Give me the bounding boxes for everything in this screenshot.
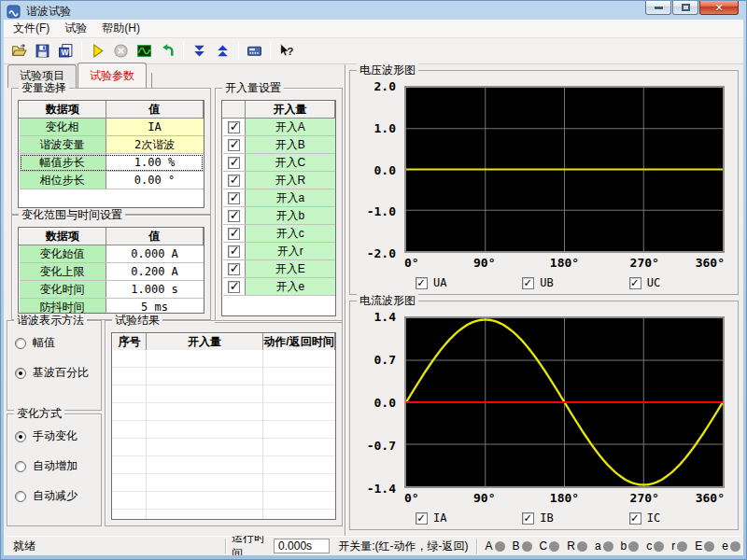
input-name[interactable]: 开入R <box>246 172 335 189</box>
current-legend: IA IB IC <box>404 509 725 527</box>
input-checkbox-cell <box>223 207 246 225</box>
switch-indicator: B <box>513 539 532 553</box>
input-checkbox[interactable] <box>228 245 240 258</box>
data-item-value[interactable]: 1.000 s <box>106 281 203 299</box>
radio-option[interactable]: 自动减少 <box>15 488 101 504</box>
open-file-button[interactable] <box>7 40 31 62</box>
legend-item[interactable]: IA <box>416 511 511 525</box>
input-checkbox[interactable] <box>228 121 240 133</box>
step-up-icon <box>215 43 231 59</box>
radio-icon <box>15 368 26 379</box>
legend-checkbox[interactable] <box>416 512 428 525</box>
input-checkbox[interactable] <box>228 192 240 204</box>
input-name[interactable]: 开入c <box>246 225 335 243</box>
input-checkbox-cell <box>223 189 246 207</box>
radio-option[interactable]: 手动变化 <box>15 428 101 444</box>
input-name[interactable]: 开入e <box>246 278 335 296</box>
maximize-button[interactable] <box>672 1 698 15</box>
data-item-label: 谐波变量 <box>20 136 106 154</box>
start-test-button[interactable] <box>86 40 109 62</box>
data-item-value[interactable]: 1.00 % <box>106 154 203 172</box>
group-title: 变化方式 <box>14 407 64 420</box>
legend-checkbox[interactable] <box>522 277 534 289</box>
input-name[interactable]: 开入r <box>246 243 335 260</box>
y-axis-ticks: 1.40.70.0-0.7-1.4 <box>350 316 401 488</box>
export-word-button[interactable]: W <box>54 40 78 62</box>
input-name[interactable]: 开入a <box>246 189 335 207</box>
keypad-button[interactable] <box>243 40 266 62</box>
menu-item[interactable]: 文件(F) <box>6 20 57 38</box>
radio-option[interactable]: 自动增加 <box>15 458 101 474</box>
input-checkbox[interactable] <box>228 228 240 240</box>
y-tick-label: 0.7 <box>374 353 396 367</box>
column-header: 值 <box>106 229 203 245</box>
legend-item[interactable]: IC <box>629 511 725 525</box>
data-item-value[interactable]: 5 ms <box>106 299 203 315</box>
save-icon <box>35 43 50 59</box>
input-checkbox[interactable] <box>228 157 240 169</box>
data-item-value[interactable]: 0.00 ° <box>106 172 203 189</box>
radio-option[interactable]: 基波百分比 <box>15 365 101 381</box>
input-checkbox[interactable] <box>228 139 240 151</box>
input-checkbox[interactable] <box>228 281 240 293</box>
input-name[interactable]: 开入b <box>246 207 335 225</box>
data-item-value[interactable]: 0.200 A <box>106 263 203 281</box>
legend-item[interactable]: UC <box>629 276 725 289</box>
y-tick-label: -1.0 <box>367 204 396 218</box>
switch-hint: 开关量:(红-动作，绿-返回) <box>334 539 475 554</box>
right-panel: 电压波形图 2.01.00.0-1.0-2.0 0°90°180°270°360… <box>345 64 743 536</box>
input-checkbox[interactable] <box>228 210 240 222</box>
legend-checkbox[interactable] <box>629 277 641 289</box>
data-item-value[interactable]: 2次谐波 <box>106 136 203 154</box>
context-help-button[interactable]: ? <box>275 40 298 62</box>
legend-label: IA <box>433 511 446 525</box>
legend-item[interactable]: UA <box>416 276 511 289</box>
input-checkbox-cell <box>223 278 246 296</box>
radio-icon <box>15 431 26 442</box>
menu-item[interactable]: 试验 <box>57 20 94 38</box>
input-name[interactable]: 开入E <box>246 260 335 278</box>
stop-test-button[interactable] <box>109 40 133 62</box>
legend-checkbox[interactable] <box>416 277 428 289</box>
input-name[interactable]: 开入B <box>246 136 335 154</box>
indicator-label: c <box>646 539 652 553</box>
open-file-icon <box>11 43 27 59</box>
harmonic-method-group: 谐波表示方法 幅值 基波百分比 <box>7 320 102 411</box>
app-window: 谐波试验 ✕ 文件(F)试验帮助(H) <box>0 0 747 560</box>
switch-indicator: R <box>567 539 587 553</box>
data-item-value[interactable]: 0.000 A <box>106 245 203 263</box>
step-up-button[interactable] <box>211 40 234 62</box>
input-checkbox[interactable] <box>228 175 240 187</box>
save-button[interactable] <box>31 40 54 62</box>
switch-indicator: A <box>486 539 505 553</box>
indicator-label: C <box>540 539 548 553</box>
toolbar-separator <box>270 42 271 60</box>
group-title: 变化范围与时间设置 <box>19 208 125 221</box>
export-word-icon: W <box>58 43 74 59</box>
x-tick-label: 0° <box>404 491 419 505</box>
legend-checkbox[interactable] <box>629 512 641 525</box>
data-item-value[interactable]: IA <box>106 119 203 136</box>
y-tick-label: 0.0 <box>374 396 396 410</box>
input-name[interactable]: 开入C <box>246 154 335 172</box>
legend-item[interactable]: UB <box>522 276 617 289</box>
close-icon: ✕ <box>714 3 723 13</box>
waveform-display-button[interactable] <box>133 40 156 62</box>
minimize-button[interactable] <box>645 1 671 15</box>
step-down-button[interactable] <box>188 40 211 62</box>
input-name[interactable]: 开入A <box>246 119 335 136</box>
tab[interactable]: 试验参数 <box>78 63 147 88</box>
input-checkbox-cell <box>223 243 246 260</box>
reset-button[interactable] <box>156 40 179 62</box>
input-checkbox[interactable] <box>228 263 240 275</box>
legend-checkbox[interactable] <box>522 512 534 525</box>
legend-item[interactable]: IB <box>522 511 617 525</box>
menu-item[interactable]: 帮助(H) <box>94 20 148 38</box>
y-tick-label: 0.0 <box>374 162 396 176</box>
column-header <box>223 102 246 119</box>
close-button[interactable]: ✕ <box>699 1 739 15</box>
radio-option[interactable]: 幅值 <box>15 335 101 351</box>
y-tick-label: -0.7 <box>367 439 396 453</box>
indicator-dot-icon <box>577 541 587 552</box>
binary-input-table: 开入量 开入A <box>221 100 336 316</box>
